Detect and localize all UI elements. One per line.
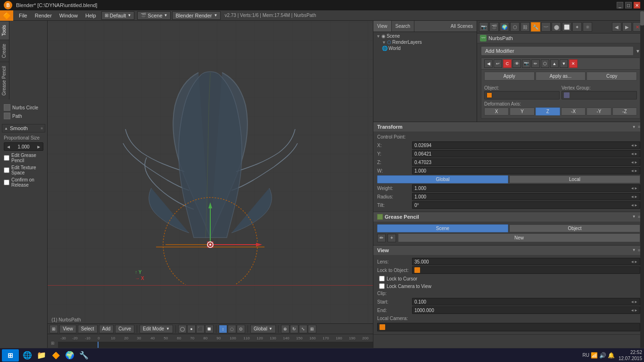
global-btn[interactable]: Global: [377, 175, 508, 183]
edit-texture-space-checkbox[interactable]: [4, 167, 9, 173]
object-input[interactable]: [484, 91, 560, 99]
translate-tool[interactable]: ⊕: [281, 325, 289, 333]
w-value[interactable]: 1.000 ◄►: [412, 167, 640, 174]
mod-up-btn[interactable]: ▲: [550, 59, 559, 68]
axis-neg-y-btn[interactable]: -Y: [586, 107, 611, 115]
edit-grease-pencil-check[interactable]: Edit Grease Pencil: [2, 152, 45, 164]
lock-cursor-row[interactable]: Lock to Cursor: [377, 275, 640, 282]
transform-tool[interactable]: ⊞: [308, 325, 316, 333]
scene-tree-scrollbar[interactable]: [640, 11, 644, 362]
proportional-size-input[interactable]: ◄ 1.000 ►: [4, 142, 43, 151]
prop-icon-particles[interactable]: ✦: [572, 22, 582, 32]
axis-neg-z-btn[interactable]: -Z: [612, 107, 637, 115]
x-value[interactable]: 0.02694 ◄►: [412, 141, 640, 149]
copy-btn[interactable]: Copy: [586, 72, 637, 81]
radius-value[interactable]: 1.000 ◄►: [412, 193, 640, 200]
taskbar-extra[interactable]: 🔧: [77, 349, 91, 362]
clip-start-value[interactable]: 0.100 ◄►: [412, 298, 640, 305]
menu-render[interactable]: Render: [31, 10, 56, 20]
viewport[interactable]: User Ortho: [48, 21, 373, 323]
gp-add-icon[interactable]: +: [388, 234, 396, 242]
taskbar-blender[interactable]: 🔶: [49, 349, 62, 362]
scene-item-world[interactable]: 🌐 World: [374, 45, 476, 51]
transform-header[interactable]: Transform ▼ ≡: [373, 122, 644, 132]
path-tool[interactable]: Path: [2, 112, 45, 120]
mod-view-btn[interactable]: ◀: [484, 59, 493, 68]
prop-nav-back[interactable]: ◀: [612, 22, 621, 32]
mod-delete-btn[interactable]: ✕: [569, 59, 578, 68]
taskbar-files[interactable]: 📁: [35, 349, 48, 362]
texture-btn[interactable]: ⬛: [196, 325, 205, 333]
prop-icon-modifier-active[interactable]: 🔧: [531, 22, 540, 32]
gp-checkbox[interactable]: [377, 214, 383, 220]
nurbs-circle-tool[interactable]: Nurbs Circle: [2, 103, 45, 112]
apply-btn[interactable]: Apply: [484, 72, 535, 81]
menu-help[interactable]: Help: [82, 10, 100, 20]
mod-down-btn[interactable]: ▼: [560, 59, 568, 68]
prop-icon-constraints[interactable]: ⛓: [520, 22, 530, 32]
lock-object-value[interactable]: [412, 266, 640, 274]
view-section-header[interactable]: View ▼ ≡: [373, 246, 644, 255]
prop-icon-world[interactable]: 🌍: [500, 22, 509, 32]
mod-cage-btn[interactable]: ⬡: [541, 59, 549, 68]
taskbar-chrome[interactable]: 🌍: [63, 349, 76, 362]
viewport-icon[interactable]: ⊞: [50, 325, 58, 333]
snap-mode-btn[interactable]: ↕: [219, 325, 227, 333]
taskbar-ie[interactable]: 🌐: [21, 349, 34, 362]
increase-btn[interactable]: ►: [34, 144, 43, 149]
prop-icon-physics[interactable]: ⚛: [583, 22, 592, 32]
confirm-on-release-check[interactable]: Confirm on Release: [2, 176, 45, 189]
lock-camera-checkbox[interactable]: [379, 283, 385, 289]
axis-z-btn[interactable]: Z: [536, 107, 560, 115]
mod-active-icon[interactable]: C: [503, 59, 512, 68]
edit-texture-space-check[interactable]: Edit Texture Space: [2, 164, 45, 176]
clip-end-value[interactable]: 1000.000 ◄►: [412, 306, 640, 314]
axis-y-btn[interactable]: Y: [510, 107, 534, 115]
vertex-group-input[interactable]: [561, 91, 637, 99]
gp-scene-btn[interactable]: Scene: [377, 224, 508, 232]
mod-back-btn[interactable]: ↩: [494, 59, 502, 68]
mod-render-btn[interactable]: 📷: [522, 59, 530, 68]
weight-value[interactable]: 1.000 ◄►: [412, 184, 640, 192]
search-tree-btn[interactable]: Search: [392, 21, 415, 32]
view-tree-btn[interactable]: View: [373, 21, 392, 32]
prop-icon-render[interactable]: 📷: [479, 22, 488, 32]
tools-tab[interactable]: Tools: [0, 21, 9, 40]
mode-selector[interactable]: Edit Mode ▼: [140, 325, 173, 333]
all-scenes-btn[interactable]: All Scenes: [447, 21, 477, 32]
smooth-header[interactable]: ▲ Smooth ≡: [2, 124, 45, 132]
gp-pencil-icon[interactable]: ✏: [377, 234, 386, 242]
maximize-btn[interactable]: □: [625, 2, 632, 8]
scene-item-renderlayers[interactable]: ▼ ⬡ RenderLayers: [374, 39, 476, 45]
tilt-value[interactable]: 0° ◄►: [412, 201, 640, 209]
prop-icon-data[interactable]: 〰: [541, 22, 551, 32]
wireframe-btn[interactable]: ◯: [178, 325, 187, 333]
y-value[interactable]: 0.06421 ◄►: [412, 150, 640, 157]
create-tab[interactable]: Create: [0, 40, 9, 62]
blender-logo-menu[interactable]: 🔶: [0, 10, 13, 21]
gp-section-header[interactable]: Grease Pencil ▼ ≡: [373, 212, 644, 222]
local-camera-value[interactable]: [377, 323, 640, 331]
pivot-selector[interactable]: Global ▼: [250, 325, 276, 333]
rotate-tool[interactable]: ↻: [290, 325, 298, 333]
decrease-btn[interactable]: ◄: [4, 144, 13, 149]
mod-edit-btn[interactable]: ✏: [531, 59, 540, 68]
proportional-edit-btn[interactable]: ◌: [228, 325, 236, 333]
scale-tool[interactable]: ⤡: [299, 325, 307, 333]
lock-camera-row[interactable]: Lock Camera to View: [377, 282, 640, 290]
gp-new-btn[interactable]: New: [398, 233, 640, 242]
mod-eye-btn[interactable]: 👁: [512, 59, 521, 68]
add-menu-btn[interactable]: Add: [99, 325, 114, 333]
add-modifier-btn[interactable]: Add Modifier: [481, 46, 634, 56]
rendered-btn[interactable]: 🔲: [205, 325, 214, 333]
proportional-circle-btn[interactable]: ⊙: [237, 325, 245, 333]
select-menu-btn[interactable]: Select: [78, 325, 98, 333]
local-btn[interactable]: Local: [509, 175, 640, 183]
axis-neg-x-btn[interactable]: -X: [561, 107, 586, 115]
prop-icon-texture[interactable]: ⬜: [562, 22, 571, 32]
confirm-on-release-checkbox[interactable]: [4, 180, 9, 185]
menu-window[interactable]: Window: [56, 10, 82, 20]
lock-cursor-checkbox[interactable]: [379, 276, 385, 281]
prop-icon-object[interactable]: ⬡: [510, 22, 520, 32]
window-controls[interactable]: _ □ ✕: [617, 2, 640, 8]
